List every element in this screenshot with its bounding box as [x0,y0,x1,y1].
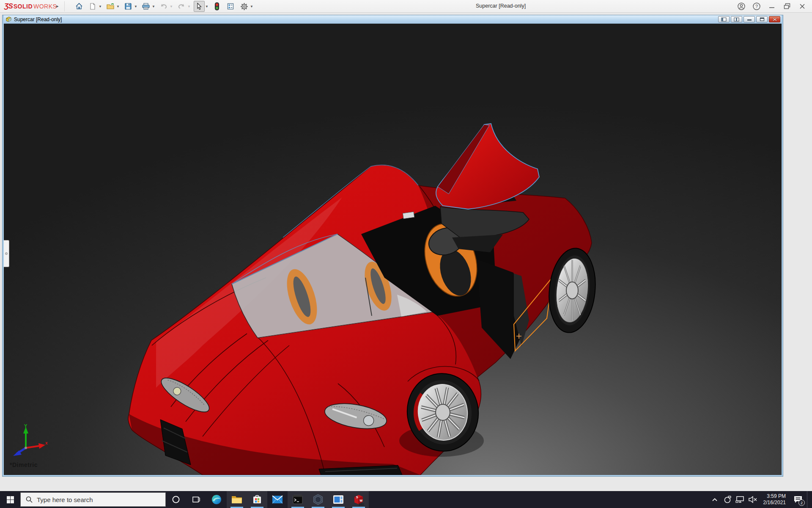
select-dropdown[interactable]: ▼ [205,1,209,12]
volume-muted-icon [748,496,757,503]
hidden-icons-button[interactable] [709,491,720,508]
part-document-icon [5,16,12,22]
taskbar-app-solidworks[interactable]: S W 2021 [348,491,369,508]
redo-icon [177,3,186,10]
task-view-icon [192,496,200,503]
taskbar-app-edge[interactable] [206,491,227,508]
redo-dropdown[interactable]: ▼ [187,1,191,12]
home-icon [75,3,83,10]
help-button[interactable]: ? [750,1,763,12]
restore-button[interactable] [781,1,793,12]
split-pane-left-button[interactable] [718,16,730,22]
print-dropdown[interactable]: ▼ [151,1,156,12]
file-properties-button[interactable] [225,1,236,12]
taskbar-app-microsoft-store[interactable] [247,491,267,508]
file-properties-icon [227,3,234,10]
show-desktop-button[interactable] [807,491,809,508]
graphics-viewport[interactable]: Y x *Dimetric [4,24,782,475]
home-button[interactable] [74,1,85,12]
system-tray: 3:59 PM 2/16/2021 2 [709,491,809,508]
hexagon-app-icon [313,494,324,505]
action-center-button[interactable]: 2 [791,491,805,508]
app-window-title: Supercar [Read-only] [476,3,526,9]
chevron-up-icon [712,497,718,502]
svg-text:S: S [356,496,358,499]
clock-time: 3:59 PM [763,493,786,500]
taskbar-clock[interactable]: 3:59 PM 2/16/2021 [763,493,786,506]
undo-dropdown[interactable]: ▼ [169,1,173,12]
volume-button[interactable] [747,491,758,508]
account-button[interactable] [735,1,748,12]
edge-icon [211,494,222,505]
logo-expand-arrow-icon[interactable]: ▸ [56,3,59,9]
options-button[interactable] [239,1,250,12]
minimize-button[interactable] [765,1,778,12]
save-icon [124,3,132,10]
open-dropdown[interactable]: ▼ [116,1,120,12]
reference-triad: Y x [10,423,48,457]
windows-logo-icon [7,496,14,503]
save-dropdown[interactable]: ▼ [134,1,138,12]
document-title: Supercar [Read-only] [14,17,62,22]
open-button[interactable] [105,1,116,12]
command-prompt-icon [293,494,303,505]
collapse-tab-dot-icon [5,252,8,255]
print-button[interactable] [140,1,151,12]
open-icon [106,3,115,10]
taskbar-app-photos[interactable] [328,491,348,508]
network-button[interactable] [735,491,746,508]
solidworks-logo: ƷS SOLIDWORKS [4,2,57,11]
document-titlebar[interactable]: Supercar [Read-only] [4,15,782,24]
redo-button[interactable] [176,1,187,12]
rebuild-traffic-light-icon [214,2,220,11]
solidworks-logo-bold: SOLID [14,3,33,10]
document-close-button[interactable] [769,16,780,22]
undo-button[interactable] [158,1,169,12]
feature-tree-collapse-tab[interactable] [4,240,9,267]
task-view-button[interactable] [186,491,206,508]
toolbar-separator [64,1,65,11]
help-icon: ? [752,2,761,11]
notification-badge: 2 [798,500,805,506]
gear-icon [240,3,248,11]
new-document-dropdown[interactable]: ▼ [98,1,102,12]
meet-now-button[interactable] [722,491,733,508]
file-explorer-icon [231,495,242,504]
mail-icon [272,495,283,504]
save-button[interactable] [123,1,134,12]
taskbar-app-command-prompt[interactable] [288,491,308,508]
taskbar-app-hexagon[interactable] [308,491,328,508]
search-input[interactable]: Type here to search [20,492,166,507]
taskbar-app-mail[interactable] [267,491,288,508]
options-dropdown[interactable]: ▼ [250,1,254,12]
search-placeholder: Type here to search [37,496,93,503]
car-model[interactable] [4,24,782,475]
rebuild-button[interactable] [211,1,222,12]
split-pane-right-button[interactable] [731,16,742,22]
split-pane-left-icon [721,17,727,22]
photos-app-icon [333,495,344,504]
main-toolbar: ▼ ▼ ▼ ▼ [71,0,254,13]
close-button[interactable] [796,1,809,12]
microsoft-store-icon [252,494,262,505]
taskbar-app-file-explorer[interactable] [227,491,247,508]
account-icon [737,2,746,11]
start-button[interactable] [0,491,20,508]
svg-text:?: ? [755,4,758,9]
new-document-icon [89,3,96,10]
new-document-button[interactable] [87,1,98,12]
app-titlebar: ƷS SOLIDWORKS ▸ ▼ ▼ [0,0,812,13]
triad-y-label: Y [24,423,27,428]
document-window: Supercar [Read-only] [3,15,783,476]
select-cursor-icon [195,3,203,10]
minimize-icon [769,3,775,9]
document-minimize-button[interactable] [743,16,755,22]
document-minimize-icon [747,18,752,21]
cortana-button[interactable] [166,491,186,508]
restore-icon [784,3,790,10]
select-button[interactable] [194,1,205,12]
document-close-icon [772,17,777,22]
search-icon [26,496,33,503]
document-restore-button[interactable] [756,16,768,22]
solidworks-logo-light: WORKS [33,3,57,10]
